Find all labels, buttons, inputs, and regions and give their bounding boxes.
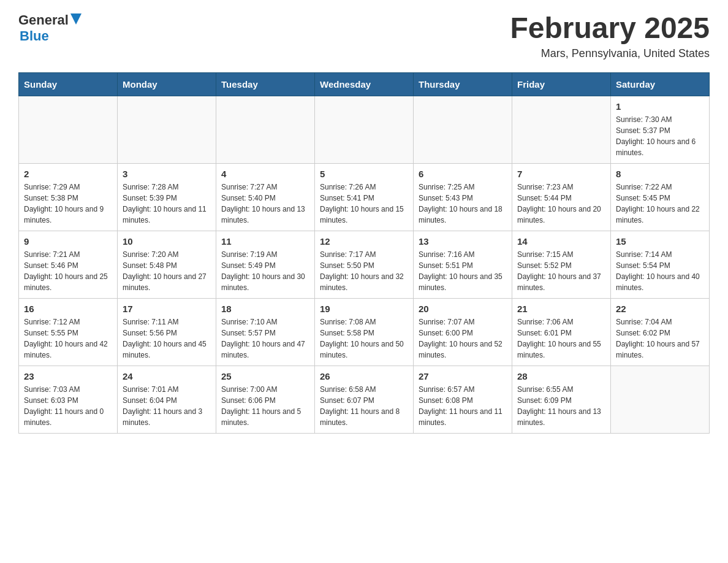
day-info: Sunrise: 6:58 AM Sunset: 6:07 PM Dayligh… (320, 384, 408, 428)
day-number: 4 (221, 169, 309, 179)
day-info: Sunrise: 7:08 AM Sunset: 5:58 PM Dayligh… (320, 316, 408, 361)
day-info: Sunrise: 7:16 AM Sunset: 5:51 PM Dayligh… (419, 249, 507, 293)
day-number: 15 (616, 236, 704, 247)
calendar-cell: 6Sunrise: 7:25 AM Sunset: 5:43 PM Daylig… (414, 163, 512, 231)
day-number: 11 (221, 236, 309, 247)
day-number: 18 (221, 304, 309, 314)
weekday-header-thursday: Thursday (414, 72, 512, 96)
day-info: Sunrise: 7:14 AM Sunset: 5:54 PM Dayligh… (616, 249, 704, 293)
calendar-cell (19, 96, 118, 163)
calendar-cell: 25Sunrise: 7:00 AM Sunset: 6:06 PM Dayli… (216, 366, 315, 433)
day-number: 7 (517, 169, 605, 179)
week-row-3: 9Sunrise: 7:21 AM Sunset: 5:46 PM Daylig… (19, 231, 710, 298)
day-number: 9 (24, 236, 112, 247)
calendar-cell: 8Sunrise: 7:22 AM Sunset: 5:45 PM Daylig… (611, 163, 710, 231)
weekday-header-saturday: Saturday (611, 72, 710, 96)
day-number: 13 (419, 236, 507, 247)
day-info: Sunrise: 7:21 AM Sunset: 5:46 PM Dayligh… (24, 249, 112, 293)
calendar-cell: 23Sunrise: 7:03 AM Sunset: 6:03 PM Dayli… (19, 366, 118, 433)
calendar-cell (118, 96, 216, 163)
month-title: February 2025 (510, 12, 710, 45)
calendar-cell: 1Sunrise: 7:30 AM Sunset: 5:37 PM Daylig… (611, 96, 710, 163)
day-number: 14 (517, 236, 605, 247)
day-info: Sunrise: 7:00 AM Sunset: 6:06 PM Dayligh… (221, 384, 309, 428)
day-number: 24 (123, 371, 211, 381)
day-info: Sunrise: 7:06 AM Sunset: 6:01 PM Dayligh… (517, 316, 605, 361)
logo-general-text: General (18, 12, 69, 28)
calendar-cell: 10Sunrise: 7:20 AM Sunset: 5:48 PM Dayli… (118, 231, 216, 298)
calendar-cell: 4Sunrise: 7:27 AM Sunset: 5:40 PM Daylig… (216, 163, 315, 231)
day-number: 16 (24, 304, 112, 314)
calendar-cell: 28Sunrise: 6:55 AM Sunset: 6:09 PM Dayli… (512, 366, 611, 433)
day-info: Sunrise: 7:01 AM Sunset: 6:04 PM Dayligh… (123, 384, 211, 428)
day-info: Sunrise: 7:12 AM Sunset: 5:55 PM Dayligh… (24, 316, 112, 361)
weekday-header-wednesday: Wednesday (315, 72, 414, 96)
day-info: Sunrise: 7:07 AM Sunset: 6:00 PM Dayligh… (419, 316, 507, 361)
weekday-header-row: SundayMondayTuesdayWednesdayThursdayFrid… (19, 72, 710, 96)
calendar-body: 1Sunrise: 7:30 AM Sunset: 5:37 PM Daylig… (19, 96, 710, 433)
day-info: Sunrise: 7:19 AM Sunset: 5:49 PM Dayligh… (221, 249, 309, 293)
week-row-1: 1Sunrise: 7:30 AM Sunset: 5:37 PM Daylig… (19, 96, 710, 163)
logo-blue-text: Blue (20, 28, 49, 44)
day-info: Sunrise: 7:26 AM Sunset: 5:41 PM Dayligh… (320, 182, 408, 226)
calendar-cell: 14Sunrise: 7:15 AM Sunset: 5:52 PM Dayli… (512, 231, 611, 298)
day-info: Sunrise: 7:03 AM Sunset: 6:03 PM Dayligh… (24, 384, 112, 428)
calendar-cell: 22Sunrise: 7:04 AM Sunset: 6:02 PM Dayli… (611, 298, 710, 366)
day-number: 21 (517, 304, 605, 314)
day-number: 27 (419, 371, 507, 381)
day-info: Sunrise: 7:30 AM Sunset: 5:37 PM Dayligh… (616, 114, 704, 158)
day-number: 28 (517, 371, 605, 381)
day-number: 8 (616, 169, 704, 179)
day-info: Sunrise: 7:20 AM Sunset: 5:48 PM Dayligh… (123, 249, 211, 293)
calendar-cell: 2Sunrise: 7:29 AM Sunset: 5:38 PM Daylig… (19, 163, 118, 231)
calendar-cell (611, 366, 710, 433)
day-info: Sunrise: 6:57 AM Sunset: 6:08 PM Dayligh… (419, 384, 507, 428)
day-info: Sunrise: 7:15 AM Sunset: 5:52 PM Dayligh… (517, 249, 605, 293)
week-row-4: 16Sunrise: 7:12 AM Sunset: 5:55 PM Dayli… (19, 298, 710, 366)
day-number: 1 (616, 101, 704, 112)
day-number: 3 (123, 169, 211, 179)
day-number: 25 (221, 371, 309, 381)
day-number: 10 (123, 236, 211, 247)
day-number: 22 (616, 304, 704, 314)
weekday-header-friday: Friday (512, 72, 611, 96)
day-info: Sunrise: 7:29 AM Sunset: 5:38 PM Dayligh… (24, 182, 112, 226)
weekday-header-monday: Monday (118, 72, 216, 96)
calendar-cell: 12Sunrise: 7:17 AM Sunset: 5:50 PM Dayli… (315, 231, 414, 298)
calendar-cell: 16Sunrise: 7:12 AM Sunset: 5:55 PM Dayli… (19, 298, 118, 366)
calendar-cell: 3Sunrise: 7:28 AM Sunset: 5:39 PM Daylig… (118, 163, 216, 231)
day-info: Sunrise: 7:25 AM Sunset: 5:43 PM Dayligh… (419, 182, 507, 226)
logo-triangle-icon (70, 13, 82, 25)
week-row-5: 23Sunrise: 7:03 AM Sunset: 6:03 PM Dayli… (19, 366, 710, 433)
calendar-cell: 17Sunrise: 7:11 AM Sunset: 5:56 PM Dayli… (118, 298, 216, 366)
calendar-cell: 13Sunrise: 7:16 AM Sunset: 5:51 PM Dayli… (414, 231, 512, 298)
day-info: Sunrise: 7:27 AM Sunset: 5:40 PM Dayligh… (221, 182, 309, 226)
weekday-header-tuesday: Tuesday (216, 72, 315, 96)
location-text: Mars, Pennsylvania, United States (510, 47, 710, 60)
calendar-cell (315, 96, 414, 163)
day-number: 26 (320, 371, 408, 381)
calendar-cell: 18Sunrise: 7:10 AM Sunset: 5:57 PM Dayli… (216, 298, 315, 366)
calendar-cell: 24Sunrise: 7:01 AM Sunset: 6:04 PM Dayli… (118, 366, 216, 433)
day-info: Sunrise: 7:11 AM Sunset: 5:56 PM Dayligh… (123, 316, 211, 361)
logo: General Blue (18, 12, 82, 44)
day-info: Sunrise: 7:23 AM Sunset: 5:44 PM Dayligh… (517, 182, 605, 226)
calendar-cell: 15Sunrise: 7:14 AM Sunset: 5:54 PM Dayli… (611, 231, 710, 298)
calendar-cell (216, 96, 315, 163)
calendar-cell: 20Sunrise: 7:07 AM Sunset: 6:00 PM Dayli… (414, 298, 512, 366)
weekday-header-sunday: Sunday (19, 72, 118, 96)
day-number: 17 (123, 304, 211, 314)
day-number: 2 (24, 169, 112, 179)
calendar-cell (512, 96, 611, 163)
calendar-cell: 27Sunrise: 6:57 AM Sunset: 6:08 PM Dayli… (414, 366, 512, 433)
day-info: Sunrise: 7:17 AM Sunset: 5:50 PM Dayligh… (320, 249, 408, 293)
calendar-cell: 5Sunrise: 7:26 AM Sunset: 5:41 PM Daylig… (315, 163, 414, 231)
day-number: 12 (320, 236, 408, 247)
calendar-cell: 19Sunrise: 7:08 AM Sunset: 5:58 PM Dayli… (315, 298, 414, 366)
calendar-cell: 26Sunrise: 6:58 AM Sunset: 6:07 PM Dayli… (315, 366, 414, 433)
title-area: February 2025 Mars, Pennsylvania, United… (510, 12, 710, 60)
week-row-2: 2Sunrise: 7:29 AM Sunset: 5:38 PM Daylig… (19, 163, 710, 231)
day-number: 19 (320, 304, 408, 314)
day-number: 5 (320, 169, 408, 179)
day-number: 20 (419, 304, 507, 314)
